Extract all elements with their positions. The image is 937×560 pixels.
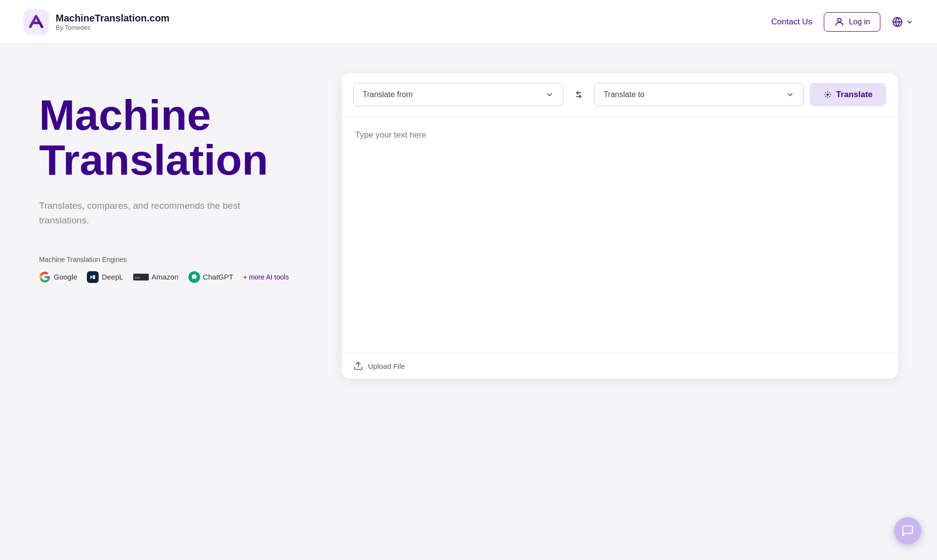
translate-to-dropdown[interactable]: Translate to — [594, 83, 804, 106]
right-panel: Translate from Translate to — [342, 73, 898, 379]
deepl-label: DeepL — [102, 273, 123, 281]
svg-point-7 — [827, 94, 829, 96]
translate-to-label: Translate to — [604, 90, 645, 99]
swap-icon — [573, 89, 584, 100]
chatgpt-label: ChatGPT — [203, 273, 234, 281]
header-right: Contact Us Log in — [771, 12, 914, 32]
upload-label: Upload File — [368, 362, 405, 370]
google-logo-icon — [39, 271, 51, 283]
logo-area: MachineTranslation.com By Tomedes — [23, 9, 169, 35]
widget-body — [342, 117, 898, 353]
chat-bubble-button[interactable] — [894, 517, 921, 544]
logo-text-area: MachineTranslation.com By Tomedes — [56, 13, 169, 31]
svg-point-1 — [838, 18, 841, 21]
translate-btn-label: Translate — [836, 90, 873, 100]
deepl-logo-icon — [87, 271, 99, 283]
widget-footer[interactable]: Upload File — [342, 353, 898, 379]
chatgpt-logo-icon — [188, 271, 200, 283]
logo-icon — [23, 9, 49, 35]
amazon-label: Amazon — [152, 273, 179, 281]
more-tools-label[interactable]: + more AI tools — [243, 273, 289, 281]
chevron-down-icon — [906, 18, 914, 26]
translate-from-dropdown[interactable]: Translate from — [353, 83, 563, 106]
swap-languages-button[interactable] — [569, 85, 589, 104]
header: MachineTranslation.com By Tomedes Contac… — [0, 0, 937, 44]
widget-header: Translate from Translate to — [342, 73, 898, 117]
upload-icon — [353, 361, 363, 371]
chat-icon — [901, 524, 914, 537]
login-button[interactable]: Log in — [824, 12, 880, 32]
account-icon — [834, 17, 845, 27]
source-text-input[interactable] — [342, 117, 898, 351]
login-label: Log in — [849, 18, 870, 26]
left-panel: Machine Translation Translates, compares… — [39, 73, 312, 379]
engine-chatgpt: ChatGPT — [188, 271, 234, 283]
translation-widget: Translate from Translate to — [342, 73, 898, 379]
translate-from-label: Translate from — [363, 90, 413, 99]
language-selector[interactable] — [892, 17, 914, 27]
engine-google: Google — [39, 271, 77, 283]
globe-icon — [892, 17, 903, 27]
sparkle-icon — [823, 90, 832, 99]
engine-deepl: DeepL — [87, 271, 123, 283]
svg-text:aws: aws — [135, 276, 141, 279]
logo-subtitle: By Tomedes — [56, 24, 169, 31]
translate-button[interactable]: Translate — [810, 83, 886, 106]
logo-title: MachineTranslation.com — [56, 13, 169, 24]
dropdown-chevron-icon-2 — [786, 90, 794, 99]
engines-list: Google DeepL aws Amazon — [39, 271, 312, 283]
google-label: Google — [54, 273, 77, 281]
dropdown-chevron-icon — [545, 90, 554, 99]
main-content: Machine Translation Translates, compares… — [0, 44, 937, 398]
engine-amazon: aws Amazon — [133, 273, 179, 281]
amazon-logo-icon: aws — [133, 273, 149, 281]
hero-title: Machine Translation — [39, 93, 312, 183]
contact-link[interactable]: Contact Us — [771, 17, 812, 27]
engines-label: Machine Translation Engines — [39, 256, 312, 263]
hero-subtitle: Translates, compares, and recommends the… — [39, 199, 244, 228]
